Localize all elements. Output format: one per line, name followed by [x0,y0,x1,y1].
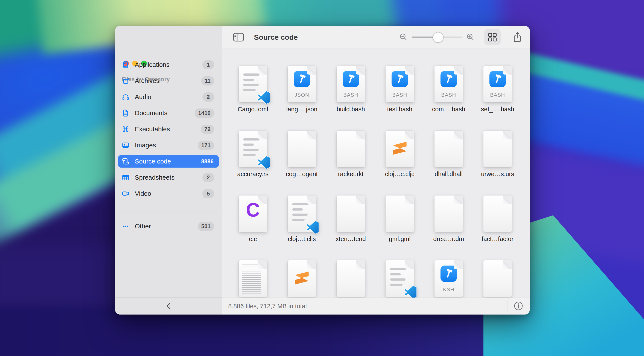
file-dhall-dhall[interactable]: dhall.dhall [424,131,473,178]
count-badge: 5 [202,189,214,198]
sidebar-item-archives[interactable]: Archives11 [118,75,219,87]
grid-view-button[interactable] [484,29,500,45]
file-drea-r-dm[interactable]: drea…r.dm [424,195,473,243]
document-page-icon [336,260,365,297]
audio-icon [122,93,130,101]
file-name-label: Cargo.toml [238,106,268,113]
wallpaper-layer [0,0,96,60]
script-hammer-icon [392,71,408,87]
zoom-out-button[interactable] [398,32,410,42]
vscode-logo-icon [257,156,270,169]
share-icon [512,32,522,42]
sidebar-item-other[interactable]: Other501 [118,220,219,232]
count-badge: 501 [198,222,214,231]
slider-knob[interactable] [433,32,444,43]
text-line [243,79,254,81]
document-page-icon [386,195,414,232]
file-com-bash[interactable]: BASHcom….bash [424,66,473,113]
file-name-label: xten…tend [336,235,366,243]
document-page-icon: JSON [288,66,316,102]
sidebar-item-label: Applications [135,61,202,68]
sidebar-item-source-code[interactable]: Source code8886 [118,155,219,168]
file-icon [336,260,365,297]
zoom-slider[interactable] [412,33,462,42]
zoom-in-button[interactable] [464,32,476,42]
file-racket-rkt[interactable]: racket.rkt [326,131,375,178]
file-gml-gml[interactable]: gml.gml [375,195,424,243]
script-hammer-icon [440,71,457,87]
file-unnamed-vscode-text[interactable] [375,260,424,297]
main-pane: Source code [222,26,530,314]
file-icon [484,260,512,297]
file-icon: KSH [434,260,463,297]
documents-icon [122,109,130,117]
sidebar-item-label: Video [135,190,202,197]
file-c-c[interactable]: Cc.c [228,195,277,243]
file-lang-json[interactable]: JSONlang….json [277,66,326,113]
file-icon [484,131,512,167]
back-button[interactable] [164,301,173,311]
sidebar-item-documents[interactable]: Documents1410 [118,107,219,119]
share-button[interactable] [511,32,523,43]
grid-view-icon [488,33,497,42]
sidebar-item-label: Documents [135,109,195,117]
file-cloj-t-cljs[interactable]: cloj…t.cljs [277,195,326,243]
info-icon [514,301,523,311]
source-code-icon [122,157,130,165]
file-unnamed-hammer[interactable]: KSH [424,260,473,297]
file-icon [239,260,267,297]
file-test-bash[interactable]: BASHtest.bash [375,66,424,113]
document-page-icon [434,195,463,232]
toggle-sidebar-button[interactable] [232,33,245,42]
sidebar-item-executables[interactable]: Executables72 [118,123,219,135]
status-bar: 8.886 files, 712,7 MB in total [222,297,530,314]
spreadsheets-icon [122,173,130,182]
sidebar-item-label: Executables [135,126,201,133]
count-badge: 8886 [198,157,214,166]
sidebar-item-images[interactable]: Images171 [118,139,219,151]
file-unnamed-plain[interactable] [326,260,375,297]
zoom-in-icon [466,33,475,42]
document-page-icon [288,131,316,167]
file-unnamed-plain[interactable] [473,260,522,297]
file-cog-ogent[interactable]: cog…ogent [277,131,326,178]
file-name-label: urwe…s.urs [481,171,514,178]
info-button[interactable] [512,301,525,312]
images-icon [122,141,130,149]
document-page-icon: C [239,195,267,232]
file-name-label: accuracy.rs [237,171,268,178]
file-unnamed-text-preview[interactable] [228,260,277,297]
file-set-bash[interactable]: BASHset_….bash [473,66,522,113]
sidebar-item-label: Source code [135,158,198,165]
sidebar-item-spreadsheets[interactable]: Spreadsheets2 [118,171,219,184]
sidebar: Files by Category Applications1Archives1… [115,26,222,314]
sidebar-item-video[interactable]: Video5 [118,187,219,200]
vscode-logo-icon [404,286,417,297]
applications-icon [122,61,130,69]
file-build-bash[interactable]: BASHbuild.bash [326,66,375,113]
sidebar-items: Applications1Archives11Audio2Documents14… [115,59,222,203]
document-page-icon: BASH [336,66,365,102]
file-cloj-c-cljc[interactable]: cloj…c.cljc [375,131,424,178]
file-name-label: racket.rkt [338,171,364,178]
file-extension-label: BASH [336,92,365,98]
sidebar-item-audio[interactable]: Audio2 [118,91,219,103]
file-icon [336,195,365,232]
file-fact-factor[interactable]: fact…factor [473,195,522,243]
document-page-icon: BASH [484,66,512,102]
text-line [292,208,303,211]
file-name-label: set_….bash [481,106,514,113]
video-icon [122,189,130,198]
file-unnamed-sublime[interactable] [277,260,326,297]
document-page-icon: BASH [434,66,463,102]
text-line [390,278,406,281]
sidebar-item-applications[interactable]: Applications1 [118,59,219,71]
file-xten-tend[interactable]: xten…tend [326,195,375,243]
file-extension-label: BASH [386,92,414,98]
count-badge: 1 [202,60,214,69]
file-urwe-s-urs[interactable]: urwe…s.urs [473,131,522,178]
file-cargo-toml[interactable]: Cargo.toml [228,66,277,113]
count-badge: 72 [201,125,214,134]
file-accuracy-rs[interactable]: accuracy.rs [228,131,277,178]
text-line [390,284,402,286]
